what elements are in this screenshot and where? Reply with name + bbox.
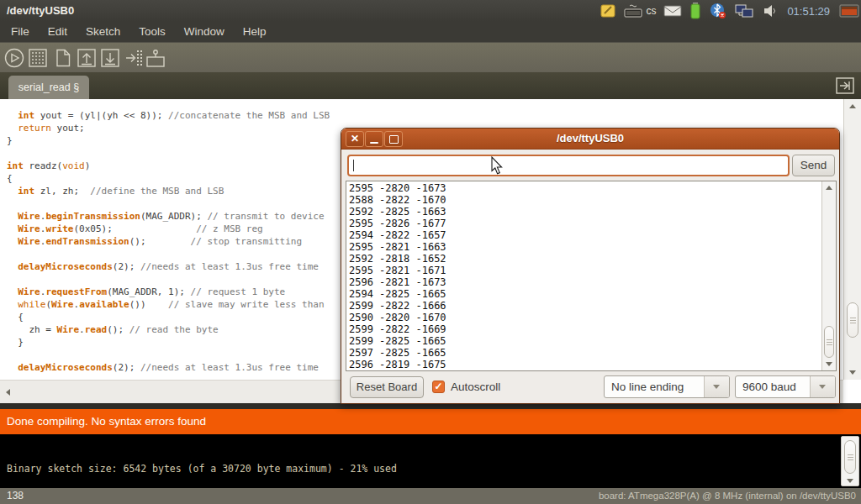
chevron-down-icon[interactable] bbox=[810, 376, 835, 397]
line-ending-dropdown[interactable]: No line ending bbox=[604, 375, 730, 398]
board-info: board: ATmega328P(A) @ 8 MHz (internal) … bbox=[599, 488, 856, 504]
mail-icon[interactable] bbox=[663, 4, 682, 18]
serial-output-area: 2595 -2820 -16732588 -2822 -16702592 -28… bbox=[346, 181, 837, 371]
serial-data-line: 2594 -2825 -1665 bbox=[349, 288, 446, 300]
console-text: Binary sketch size: 6542 bytes (of a 307… bbox=[7, 463, 397, 475]
menu-items: FileEditSketchToolsWindowHelp bbox=[2, 22, 276, 42]
serial-data-line: 2596 -2821 -1673 bbox=[349, 276, 446, 288]
tab-bar: serial_read § bbox=[0, 72, 861, 99]
code-line: Wire.beginTransmission(MAG_ADDR); // tra… bbox=[7, 210, 330, 223]
stop-button[interactable] bbox=[27, 47, 49, 69]
code-text: int yout = (yl|(yh << 8)); //concatenate… bbox=[7, 109, 330, 374]
console-scroll-thumb[interactable] bbox=[844, 440, 856, 474]
line-ending-value: No line ending bbox=[611, 376, 684, 397]
menu-tools[interactable]: Tools bbox=[129, 22, 175, 42]
console-scroll-down-arrow[interactable] bbox=[847, 479, 853, 483]
code-line: { bbox=[7, 172, 330, 185]
serial-monitor-button[interactable] bbox=[145, 47, 166, 69]
autoscroll-checkbox[interactable]: ✓ bbox=[432, 381, 445, 393]
tab-menu-button[interactable] bbox=[836, 77, 854, 94]
menu-bar: FileEditSketchToolsWindowHelp bbox=[0, 22, 861, 42]
console-vertical-scrollbar[interactable] bbox=[841, 436, 859, 486]
code-line: int readz(void) bbox=[7, 160, 330, 172]
serial-data-line: 2595 -2821 -1671 bbox=[349, 265, 446, 276]
bluetooth-icon[interactable] bbox=[709, 2, 727, 20]
baud-rate-value: 9600 baud bbox=[742, 376, 796, 397]
network-icon[interactable] bbox=[735, 3, 755, 19]
code-line bbox=[7, 197, 330, 210]
menu-file[interactable]: File bbox=[2, 22, 39, 42]
serial-data-line: 2599 -2822 -1669 bbox=[349, 323, 446, 335]
serial-output-text: 2595 -2820 -16732588 -2822 -16702592 -28… bbox=[349, 182, 446, 370]
serial-data-line: 2595 -2820 -1673 bbox=[349, 182, 446, 194]
serial-data-line: 2590 -2820 -1670 bbox=[349, 312, 446, 323]
autoscroll-label: Autoscroll bbox=[451, 376, 500, 398]
open-sketch-button[interactable] bbox=[76, 47, 98, 69]
clock[interactable]: 01:51:29 bbox=[785, 5, 832, 18]
toolbar bbox=[0, 42, 861, 72]
text-caret bbox=[353, 160, 354, 171]
send-button[interactable]: Send bbox=[792, 155, 835, 176]
compile-status-bar: Done compiling. No syntax errors found bbox=[0, 409, 861, 434]
menu-window[interactable]: Window bbox=[175, 22, 234, 42]
keyboard-layout-label[interactable]: cs bbox=[646, 5, 656, 17]
editor-vertical-scrollbar[interactable] bbox=[843, 99, 861, 380]
serial-data-line: 2599 -2822 -1666 bbox=[349, 300, 446, 312]
code-line: int zl, zh; //define the MSB and LSB bbox=[7, 185, 330, 197]
serial-data-line: 2595 -2826 -1677 bbox=[349, 218, 446, 229]
keyboard-layout-icon[interactable] bbox=[624, 3, 642, 19]
console-output: Binary sketch size: 6542 bytes (of a 307… bbox=[0, 434, 861, 488]
serial-window-titlebar[interactable]: ✕ /dev/ttyUSB0 bbox=[341, 129, 839, 150]
editor-scroll-thumb[interactable] bbox=[847, 302, 858, 338]
serial-data-line: 2594 -2822 -1657 bbox=[349, 229, 446, 241]
session-screen-icon[interactable] bbox=[839, 3, 859, 19]
code-line: Wire.write(0x05); // z MSB reg bbox=[7, 223, 330, 235]
serial-scroll-down-arrow[interactable] bbox=[826, 362, 832, 366]
menu-sketch[interactable]: Sketch bbox=[77, 22, 129, 42]
code-line: } bbox=[7, 336, 330, 349]
serial-vertical-scrollbar[interactable] bbox=[821, 181, 836, 370]
menu-edit[interactable]: Edit bbox=[39, 22, 77, 42]
system-tray: cs 01:51:29 bbox=[600, 0, 859, 22]
window-title: /dev/ttyUSB0 bbox=[7, 0, 74, 22]
serial-data-line: 2592 -2818 -1652 bbox=[349, 253, 446, 265]
chevron-down-icon[interactable] bbox=[704, 376, 729, 397]
verify-button[interactable] bbox=[3, 47, 25, 69]
code-line: return yout; bbox=[7, 122, 330, 134]
mouse-cursor bbox=[491, 156, 504, 179]
serial-send-input[interactable] bbox=[347, 155, 790, 176]
save-sketch-button[interactable] bbox=[99, 47, 121, 69]
code-line bbox=[7, 147, 330, 160]
baud-rate-dropdown[interactable]: 9600 baud bbox=[735, 375, 836, 398]
code-line: int yout = (yl|(yh << 8)); //concatenate… bbox=[7, 109, 330, 122]
serial-data-line: 2595 -2821 -1663 bbox=[349, 241, 446, 253]
top-panel: /dev/ttyUSB0 cs 01:51:29 bbox=[0, 0, 861, 22]
code-line: Wire.requestFrom(MAG_ADDR, 1); // reques… bbox=[7, 286, 330, 298]
serial-data-line: 2596 -2819 -1675 bbox=[349, 359, 446, 370]
tab-serial-read[interactable]: serial_read § bbox=[8, 76, 89, 99]
serial-scroll-thumb[interactable] bbox=[824, 326, 834, 358]
code-line bbox=[7, 349, 330, 361]
upload-button[interactable] bbox=[123, 47, 145, 69]
serial-monitor-window: ✕ /dev/ttyUSB0 Send 2595 -2820 -16732588… bbox=[341, 128, 840, 404]
new-sketch-button[interactable] bbox=[52, 47, 74, 69]
line-number: 138 bbox=[7, 488, 24, 504]
notes-icon[interactable] bbox=[600, 3, 616, 19]
serial-data-line: 2597 -2825 -1665 bbox=[349, 347, 446, 359]
menu-help[interactable]: Help bbox=[234, 22, 276, 42]
code-line bbox=[7, 248, 330, 260]
reset-board-button[interactable]: Reset Board bbox=[350, 376, 424, 398]
serial-data-line: 2599 -2825 -1665 bbox=[349, 335, 446, 347]
volume-icon[interactable] bbox=[763, 3, 778, 18]
scroll-up-arrow[interactable] bbox=[849, 104, 856, 108]
scroll-down-arrow[interactable] bbox=[849, 370, 856, 375]
code-line: { bbox=[7, 311, 330, 323]
code-line: Wire.endTransmission(); // stop transmit… bbox=[7, 235, 330, 248]
serial-window-title: /dev/ttyUSB0 bbox=[341, 129, 839, 149]
serial-scroll-up-arrow[interactable] bbox=[826, 186, 832, 190]
scroll-left-arrow[interactable] bbox=[6, 389, 10, 396]
battery-icon[interactable] bbox=[689, 2, 701, 20]
code-line: while(Wire.available()) // slave may wri… bbox=[7, 298, 330, 311]
editor-console-divider[interactable] bbox=[0, 403, 861, 409]
serial-data-line: 2588 -2822 -1670 bbox=[349, 194, 446, 206]
